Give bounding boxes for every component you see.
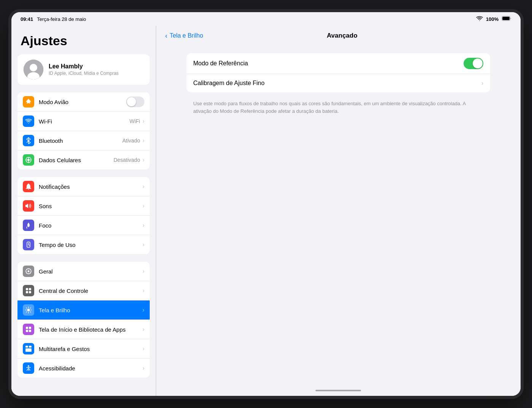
profile-info: Lee Hambly ID Apple, iCloud, Mídia e Com…: [49, 63, 119, 76]
avatar: [24, 60, 43, 79]
modo-referencia-label: Modo de Referência: [193, 60, 464, 67]
notificacoes-chevron: ›: [142, 183, 144, 190]
calibragem-label: Calibragem de Ajuste Fino: [193, 80, 481, 87]
svg-point-3: [30, 64, 37, 71]
sidebar: Ajustes Lee Hambly ID Apple, iCloud, Míd…: [11, 26, 156, 396]
acessibilidade-label: Acessibilidade: [39, 365, 142, 372]
sidebar-item-modo-aviao[interactable]: Modo Avião: [17, 92, 150, 112]
advanced-description: Use este modo para fluxos de trabalho no…: [187, 97, 491, 120]
sidebar-item-wifi[interactable]: Wi-Fi WiFi ›: [17, 112, 150, 131]
sidebar-item-foco[interactable]: Foco ›: [17, 216, 150, 235]
sidebar-item-geral[interactable]: Geral ›: [17, 262, 150, 281]
svg-rect-18: [29, 330, 31, 332]
multitarefa-chevron: ›: [142, 345, 144, 352]
ipad-frame: 09:41 Terça-feira 28 de maio 100%: [11, 12, 521, 396]
tempo-label: Tempo de Uso: [39, 242, 142, 248]
sidebar-item-central[interactable]: Central de Controle ›: [17, 281, 150, 300]
foco-label: Foco: [39, 222, 142, 229]
central-label: Central de Controle: [39, 288, 142, 294]
sons-label: Sons: [39, 203, 142, 209]
geral-label: Geral: [39, 268, 142, 275]
svg-rect-1: [502, 17, 510, 20]
notificacoes-icon: [23, 181, 34, 192]
settings-card-advanced: Modo de Referência Calibragem de Ajuste …: [187, 53, 491, 92]
battery-percent: 100%: [486, 16, 499, 22]
battery-icon: [502, 16, 511, 22]
svg-rect-16: [29, 327, 31, 329]
svg-rect-11: [29, 288, 31, 290]
profile-subtitle: ID Apple, iCloud, Mídia e Compras: [49, 71, 119, 76]
bluetooth-chevron: ›: [142, 137, 144, 144]
wifi-icon: [476, 16, 483, 22]
foco-icon: [23, 220, 34, 231]
acessibilidade-icon: [23, 362, 34, 374]
sidebar-item-tela-inicio[interactable]: Tela de Início e Biblioteca de Apps ›: [17, 320, 150, 339]
status-left: 09:41 Terça-feira 28 de maio: [21, 16, 86, 22]
sidebar-item-tempo[interactable]: Tempo de Uso ›: [17, 235, 150, 254]
right-content: Modo de Referência Calibragem de Ajuste …: [156, 46, 521, 385]
sidebar-item-dados[interactable]: Dados Celulares Desativado ›: [17, 150, 150, 169]
central-icon: [23, 285, 34, 296]
wifi-chevron: ›: [142, 118, 144, 125]
tela-label: Tela e Brilho: [39, 307, 142, 313]
modo-aviao-icon: [23, 96, 34, 108]
svg-rect-20: [29, 346, 32, 348]
svg-rect-10: [26, 288, 28, 290]
svg-rect-13: [29, 291, 31, 293]
wifi-menu-icon: [23, 115, 34, 127]
status-time: 09:41: [21, 16, 33, 22]
calibragem-chevron: ›: [481, 80, 483, 87]
sidebar-section-system: Geral › Central de Controle ›: [17, 262, 150, 378]
right-panel-title: Avançado: [203, 32, 481, 40]
profile-name: Lee Hambly: [49, 63, 119, 70]
sons-icon: [23, 200, 34, 212]
back-label: Tela e Brilho: [170, 32, 203, 39]
svg-point-9: [28, 270, 30, 272]
sidebar-item-sons[interactable]: Sons ›: [17, 196, 150, 216]
dados-value: Desativado: [114, 157, 140, 163]
settings-row-calibragem[interactable]: Calibragem de Ajuste Fino ›: [187, 74, 491, 92]
modo-aviao-toggle[interactable]: [126, 96, 144, 107]
notificacoes-label: Notificações: [39, 183, 142, 190]
sidebar-section-connectivity: Modo Avião Wi-Fi WiFi ›: [17, 92, 150, 169]
multitarefa-label: Multitarefa e Gestos: [39, 346, 142, 352]
tempo-chevron: ›: [142, 241, 144, 248]
svg-rect-15: [26, 327, 28, 329]
status-right: 100%: [476, 16, 511, 22]
main-content: Ajustes Lee Hambly ID Apple, iCloud, Míd…: [11, 26, 521, 396]
central-chevron: ›: [142, 287, 144, 294]
multitarefa-icon: [23, 343, 34, 354]
dados-icon: [23, 154, 34, 166]
sidebar-item-acessibilidade[interactable]: Acessibilidade ›: [17, 359, 150, 378]
modo-aviao-label: Modo Avião: [39, 99, 126, 105]
profile-card[interactable]: Lee Hambly ID Apple, iCloud, Mídia e Com…: [17, 54, 150, 85]
status-bar: 09:41 Terça-feira 28 de maio 100%: [11, 12, 521, 26]
svg-rect-12: [26, 291, 28, 293]
sidebar-item-notificacoes[interactable]: Notificações ›: [17, 177, 150, 196]
sons-chevron: ›: [142, 202, 144, 209]
svg-rect-17: [26, 330, 28, 332]
settings-row-modo-referencia[interactable]: Modo de Referência: [187, 53, 491, 74]
inicio-icon: [23, 324, 34, 335]
status-date: Terça-feira 28 de maio: [37, 16, 86, 22]
sidebar-item-tela-e-brilho[interactable]: Tela e Brilho ›: [17, 300, 150, 320]
modo-referencia-toggle[interactable]: [464, 58, 483, 69]
geral-icon: [23, 266, 34, 277]
svg-rect-21: [25, 348, 32, 352]
bluetooth-label: Bluetooth: [39, 138, 122, 144]
right-header: ‹ Tela e Brilho Avançado: [156, 26, 521, 46]
inicio-chevron: ›: [142, 326, 144, 333]
tempo-icon: [23, 239, 34, 250]
sidebar-item-bluetooth[interactable]: Bluetooth Ativado ›: [17, 131, 150, 150]
svg-point-22: [28, 365, 29, 367]
home-bar: [315, 390, 361, 391]
sidebar-item-multitarefa[interactable]: Multitarefa e Gestos ›: [17, 339, 150, 359]
bluetooth-icon: [23, 135, 34, 146]
foco-chevron: ›: [142, 222, 144, 229]
wifi-value: WiFi: [130, 118, 140, 124]
dados-label: Dados Celulares: [39, 157, 114, 163]
back-chevron-icon: ‹: [165, 32, 168, 39]
inicio-label: Tela de Início e Biblioteca de Apps: [39, 326, 142, 333]
back-button[interactable]: ‹ Tela e Brilho: [165, 32, 203, 39]
tela-icon: [23, 304, 34, 316]
